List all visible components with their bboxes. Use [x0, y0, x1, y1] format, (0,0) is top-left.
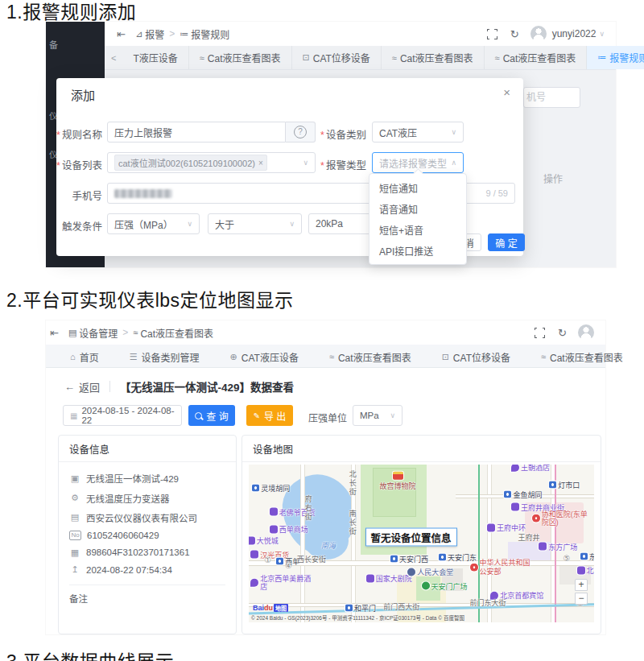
zoom-in-button[interactable]: +: [575, 579, 588, 591]
collapse-menu-icon[interactable]: ⇤: [117, 28, 126, 40]
device-info-item: ⚙无线温度压力变送器: [59, 488, 236, 507]
device-info-value: 无线温度压力变送器: [86, 492, 170, 505]
tab-设备类别管理[interactable]: ☰设备类别管理: [120, 346, 209, 367]
map-zoom-control: + −: [575, 579, 588, 605]
device-info-item: ↥2024-08-22 07:54:34: [59, 561, 236, 578]
tab-scroll-left-icon[interactable]: <: [105, 46, 122, 69]
breadcrumb-page: 报警规则: [191, 27, 229, 41]
breadcrumb-section[interactable]: 设备管理: [79, 326, 118, 340]
device-list-select[interactable]: cat液位测试002(61052109100002)× ∨: [107, 152, 316, 173]
fullscreen-icon[interactable]: [487, 29, 497, 39]
trigger-condition-label: 触发条件: [62, 218, 102, 233]
map-label: 西长安街: [297, 553, 326, 564]
poi-icon: [249, 536, 255, 544]
map-label-text: ④: [285, 561, 292, 570]
export-icon: ✎: [254, 411, 260, 420]
subway-station-icon: [549, 481, 556, 489]
tab-报警规则[interactable]: ≔报警规则×: [587, 46, 644, 69]
fullscreen-icon[interactable]: [535, 328, 545, 338]
tab-Cat液压查看图表[interactable]: ≈Cat液压查看图表: [189, 46, 292, 69]
tab-label: T液压设备: [133, 51, 177, 64]
tab-Cat液压查看图表[interactable]: ≈Cat液压查看图表: [382, 46, 485, 69]
doc-heading-2: 2.平台可实现仪表lbs定位地图显示: [6, 285, 294, 312]
map-label-text: 南长街: [348, 510, 358, 536]
confirm-button[interactable]: 确 定: [488, 233, 525, 251]
tab-bar: ⌂首页☰设备类别管理⊕CAT液压设备≈Cat液压查看图表⊡CAT位移设备≈Cat…: [46, 345, 605, 368]
tab-CAT液压设备[interactable]: ⊕CAT液压设备: [221, 346, 308, 367]
breadcrumb-page: Cat液压查看图表: [140, 326, 213, 340]
map-label-text: 南海: [321, 539, 336, 550]
tab-Cat液压查看图表[interactable]: ≈Cat液压查看图表: [531, 346, 633, 367]
add-rule-modal: 添加 × *规则名称 压力上限报警 ? *设备类别 CAT液压∨ *设备列表 c…: [56, 78, 523, 256]
map-label-text: 西单商场: [279, 524, 308, 535]
doc-icon: ▤: [68, 328, 76, 338]
avatar[interactable]: [530, 26, 547, 42]
username[interactable]: yunyi2022: [552, 28, 597, 39]
modal-close-icon[interactable]: ×: [503, 85, 510, 99]
rule-name-input[interactable]: 压力上限报警: [107, 122, 286, 143]
chevron-down-icon: ∨: [289, 220, 295, 228]
map-label: 南海: [321, 539, 336, 550]
avatar[interactable]: [578, 324, 594, 341]
subway-station-icon: [439, 553, 446, 560]
tab-CAT位移设备[interactable]: ⊡CAT位移设备: [432, 346, 520, 367]
baidu-logo: Baidu地图: [253, 604, 288, 612]
question-icon: ?: [294, 126, 307, 138]
tab-T液压设备[interactable]: T液压设备: [122, 46, 188, 69]
device-info-value: 无线温压一体测试-429: [86, 472, 179, 485]
device-map-title: 设备地图: [242, 436, 601, 462]
map-label: 南长街: [348, 510, 358, 536]
map-label: 灵境胡同: [252, 483, 290, 494]
device-info-panel: 设备信息 ▣无线温压一体测试-429⚙无线温度压力变送器▤西安云仪仪器仪表有限公…: [58, 435, 237, 634]
map-label-text: 北长街: [348, 470, 358, 497]
chartbox-icon: ⊡: [303, 52, 310, 63]
map-label: 王府井: [518, 532, 540, 543]
tab-CAT位移设备[interactable]: ⊡CAT位移设备: [292, 46, 382, 69]
collapse-menu-icon[interactable]: ⇤: [50, 327, 59, 339]
poi-icon: [270, 508, 278, 516]
map-label-text: ⑤: [563, 553, 570, 562]
dropdown-option[interactable]: 语音通知: [369, 198, 466, 219]
calendar-icon: ▦: [70, 411, 77, 420]
back-arrow-icon[interactable]: ←: [64, 381, 75, 393]
chart-icon: ≈: [329, 352, 334, 361]
device-info-item: ▦898604F3102370171361: [59, 544, 236, 561]
tab-Cat液压查看图表[interactable]: ≈Cat液压查看图表: [485, 46, 588, 69]
rule-name-help[interactable]: ?: [286, 122, 316, 143]
export-button[interactable]: ✎导 出: [246, 405, 293, 426]
chart-icon: ≈: [495, 53, 500, 63]
chevron-down-icon: ∨: [451, 128, 456, 136]
query-button[interactable]: 查 询: [188, 405, 235, 426]
map-label-text: 和平门: [354, 603, 376, 613]
date-range-picker[interactable]: ▦ 2024-08-15 - 2024-08-22: [63, 405, 182, 426]
trigger-operator-select[interactable]: 大于∨: [208, 213, 302, 234]
subway-station-icon: [345, 605, 353, 612]
device-category-select[interactable]: CAT液压∨: [372, 122, 464, 143]
breadcrumb-separator: >: [122, 327, 128, 338]
map-label: 和平门: [345, 603, 376, 613]
dropdown-option[interactable]: 短信通知: [369, 177, 466, 198]
caret-down-icon: ∨: [599, 30, 605, 38]
poi-icon: [270, 525, 278, 533]
back-link[interactable]: 返回: [79, 379, 100, 395]
remove-tag-icon[interactable]: ×: [258, 159, 263, 167]
dropdown-option[interactable]: API接口推送: [369, 240, 466, 261]
tab-Cat液压查看图表[interactable]: ≈Cat液压查看图表: [320, 346, 421, 367]
map-label: 天安门广场: [422, 580, 468, 591]
background-action-column-header: 操作: [543, 171, 563, 185]
refresh-icon[interactable]: ↻: [510, 28, 519, 40]
map-label: 前门西大街: [383, 601, 419, 612]
refresh-icon[interactable]: ↻: [558, 327, 567, 339]
map-label-text: 中华人民共和国公安部: [480, 559, 531, 576]
pressure-unit-select[interactable]: MPa∨: [353, 405, 402, 426]
map-label-text: 天安门西: [399, 553, 428, 564]
dropdown-option[interactable]: 短信+语音: [369, 219, 466, 240]
zoom-out-button[interactable]: −: [575, 593, 588, 605]
trigger-param-select[interactable]: 压强（MPa）∨: [107, 213, 200, 234]
breadcrumb-section[interactable]: 报警: [145, 27, 164, 41]
rule-name-label: *规则名称: [56, 126, 102, 142]
landmark-icon: [407, 568, 415, 576]
tab-首页[interactable]: ⌂首页: [60, 346, 109, 367]
baidu-map[interactable]: 暂无设备位置信息 + − Baidu地图 © 2024 Baidu - GS(2…: [249, 465, 594, 622]
map-copyright: © 2024 Baidu - GS(2023)3206号 - 甲测资字11111…: [251, 613, 464, 622]
